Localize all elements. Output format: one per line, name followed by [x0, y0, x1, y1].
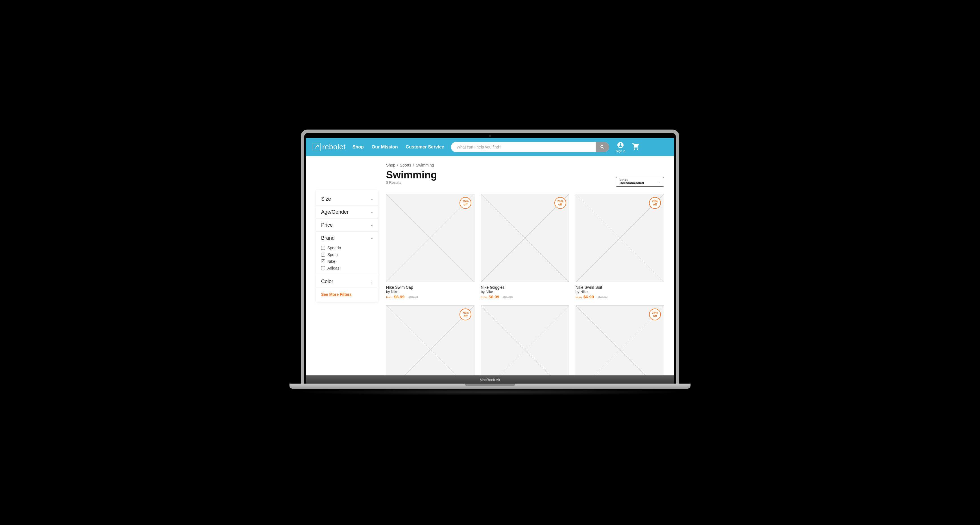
discount-badge: 75%off	[649, 197, 661, 209]
sort-label: Sort By	[620, 178, 644, 181]
logo-mark-icon	[313, 143, 321, 151]
camera-dot	[489, 135, 491, 137]
price-prefix: from	[386, 295, 392, 299]
account-link[interactable]: Sign in	[616, 141, 625, 153]
cart-icon	[632, 143, 640, 151]
site-header: rebolet Shop Our Mission Customer Servic…	[306, 138, 674, 156]
nav-customer-service[interactable]: Customer Service	[406, 144, 444, 150]
product-title: Nike Swim Suit	[576, 285, 664, 290]
see-more-filters[interactable]: See More Filters	[316, 288, 378, 299]
price-prefix: from	[576, 295, 582, 299]
product-price: $6.99	[488, 294, 499, 299]
chevron-down-icon: ⌄	[658, 180, 660, 184]
search-icon	[600, 144, 605, 150]
laptop-frame: rebolet Shop Our Mission Customer Servic…	[301, 130, 679, 384]
filter-option[interactable]: Sporti	[321, 251, 373, 258]
search-button[interactable]	[596, 142, 609, 152]
placeholder-icon	[481, 306, 569, 375]
discount-badge: 75%off	[649, 309, 661, 320]
chevron-down-icon: ⌄	[371, 197, 373, 201]
filter-option-label: Speedo	[327, 246, 341, 250]
svg-line-8	[481, 306, 569, 375]
filter-option[interactable]: Adidas	[321, 265, 373, 271]
product-title: Nike Swim Cap	[386, 285, 474, 290]
page-title: Swimming	[386, 169, 437, 181]
placeholder-icon	[576, 194, 664, 282]
filter-option[interactable]: ✓Nike	[321, 258, 373, 265]
product-old-price: $26.99	[409, 295, 418, 299]
logo[interactable]: rebolet	[313, 143, 346, 151]
search-input[interactable]	[451, 142, 596, 152]
filter-header[interactable]: Price⌄	[316, 219, 378, 232]
signin-label: Sign in	[616, 149, 625, 153]
filter-section: Size⌄	[316, 193, 378, 206]
breadcrumb: Shop/Sports/Swimming	[386, 163, 664, 167]
svg-line-9	[481, 306, 569, 375]
main-nav: Shop Our Mission Customer Service	[352, 144, 444, 150]
discount-badge: 75%off	[554, 197, 566, 209]
product-card[interactable]: 75%off	[386, 305, 474, 375]
filter-header[interactable]: Brand⌄	[316, 232, 378, 244]
main-content: Shop/Sports/Swimming Swimming 8 Results …	[386, 163, 664, 375]
filter-title: Color	[321, 279, 333, 284]
sort-value: Recommended	[620, 181, 644, 185]
filter-option-label: Sporti	[327, 252, 338, 257]
laptop-base	[290, 384, 690, 389]
chevron-down-icon: ⌄	[371, 210, 373, 214]
checkbox-icon	[321, 246, 325, 250]
filter-section: Brand⌄SpeedoSporti✓NikeAdidas	[316, 232, 378, 275]
discount-badge: 75%off	[460, 197, 471, 209]
filter-option-label: Nike	[327, 259, 335, 263]
filter-title: Price	[321, 222, 333, 228]
filter-header[interactable]: Age/Gender⌄	[316, 206, 378, 219]
filter-header[interactable]: Size⌄	[316, 193, 378, 206]
filter-section: Price⌄	[316, 219, 378, 232]
checkbox-icon	[321, 253, 325, 257]
filter-title: Age/Gender	[321, 209, 348, 215]
product-brand: by Nike	[481, 290, 569, 294]
product-brand: by Nike	[576, 290, 664, 294]
product-grid: 75%offNike Swim Capby Nikefrom$6.99$26.9…	[386, 194, 664, 375]
filter-section: Color⌄	[316, 275, 378, 288]
filter-header[interactable]: Color⌄	[316, 275, 378, 288]
filter-option-label: Adidas	[327, 266, 339, 270]
results-count: 8 Results	[386, 180, 437, 185]
cart-button[interactable]	[632, 143, 640, 152]
search-bar	[451, 142, 609, 152]
laptop-chin: MacBook Air	[306, 375, 674, 384]
chevron-down-icon: ⌄	[371, 236, 373, 240]
filter-section: Age/Gender⌄	[316, 206, 378, 219]
product-card[interactable]: 75%offNike Swim Capby Nikefrom$6.99$26.9…	[386, 194, 474, 299]
logo-text: rebolet	[322, 143, 346, 151]
breadcrumb-item[interactable]: Shop	[386, 163, 395, 167]
product-brand: by Nike	[386, 290, 474, 294]
laptop-model-label: MacBook Air	[480, 377, 500, 382]
product-title: Nike Goggles	[481, 285, 569, 290]
product-card[interactable]: 75%off	[576, 305, 664, 375]
product-price: $6.99	[394, 294, 405, 299]
product-thumbnail: 75%off	[576, 305, 664, 375]
nav-shop[interactable]: Shop	[352, 144, 364, 150]
sort-dropdown[interactable]: Sort By Recommended ⌄	[616, 177, 664, 187]
filter-option[interactable]: Speedo	[321, 244, 373, 251]
price-prefix: from	[481, 295, 487, 299]
placeholder-icon	[481, 194, 569, 282]
checkbox-icon	[321, 266, 325, 270]
breadcrumb-item[interactable]: Sports	[400, 163, 411, 167]
nav-mission[interactable]: Our Mission	[372, 144, 398, 150]
filter-title: Brand	[321, 235, 335, 241]
user-icon	[617, 141, 624, 149]
product-card[interactable]: 75%offNike Gogglesby Nikefrom$6.99$26.99	[481, 194, 569, 299]
filter-title: Size	[321, 196, 331, 202]
filter-sidebar: Size⌄Age/Gender⌄Price⌄Brand⌄SpeedoSporti…	[316, 190, 378, 302]
checkbox-icon: ✓	[321, 259, 325, 263]
screen: rebolet Shop Our Mission Customer Servic…	[306, 138, 674, 375]
product-card[interactable]: 75%offNike Swim Suitby Nikefrom$6.99$26.…	[576, 194, 664, 299]
product-card[interactable]	[481, 305, 569, 375]
product-thumbnail: 75%off	[576, 194, 664, 282]
product-old-price: $26.99	[503, 295, 513, 299]
product-thumbnail: 75%off	[481, 194, 569, 282]
product-price: $6.99	[584, 294, 594, 299]
product-thumbnail	[481, 305, 569, 375]
breadcrumb-item: Swimming	[416, 163, 434, 167]
